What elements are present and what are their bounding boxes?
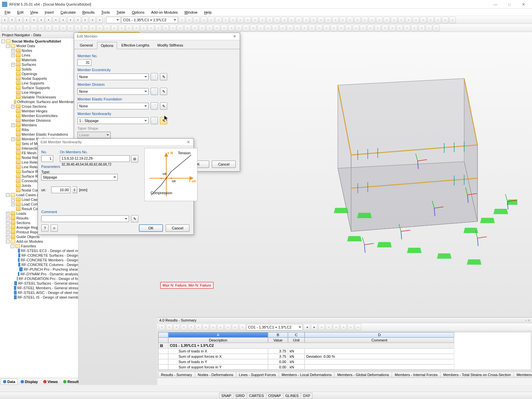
tree-item[interactable]: Cross-Sections — [22, 104, 47, 108]
toolbar-button[interactable]: ◦ — [89, 25, 96, 31]
eccentricity-combo[interactable]: None — [77, 73, 149, 80]
toolbar-button[interactable]: ◦ — [287, 25, 293, 31]
col-header-b[interactable]: B — [268, 332, 288, 337]
toolbar-button[interactable]: ◦ — [23, 25, 30, 31]
nonlinearity-cancel-button[interactable]: Cancel — [166, 224, 190, 232]
toolbar-button[interactable]: ▪ — [82, 17, 88, 23]
toolbar-button[interactable]: ◦ — [250, 25, 257, 31]
toolbar-button[interactable]: ◦ — [9, 25, 15, 31]
results-toolbar-button[interactable]: ▫ — [224, 324, 231, 331]
nav-tab-views[interactable]: Views — [41, 379, 60, 385]
toolbar-button[interactable]: ▫ — [179, 17, 185, 23]
toolbar-button[interactable]: ◦ — [104, 25, 110, 31]
toolbar-button[interactable]: ◦ — [265, 25, 271, 31]
pick-members-button[interactable]: ⯐ — [131, 155, 138, 163]
status-cartes[interactable]: CARTES — [247, 393, 266, 399]
tree-item[interactable]: Member Divisions — [22, 118, 51, 122]
toolbar-button[interactable]: ▪ — [96, 17, 103, 23]
division-edit-button[interactable]: ✎ — [160, 88, 167, 95]
on-members-input[interactable]: 1,5,6,10-12,19-22,29-32,39,40,49,54,56,6… — [60, 155, 130, 162]
toolbar-button[interactable]: ◦ — [177, 25, 184, 31]
toolbar-button[interactable]: ▪ — [60, 17, 66, 23]
help-button[interactable]: ? — [41, 224, 49, 232]
toolbar-button[interactable]: ◦ — [228, 25, 235, 31]
tree-item[interactable]: Nodal Supports — [22, 76, 47, 80]
toolbar-button[interactable]: ◦ — [323, 25, 330, 31]
toolbar-button[interactable]: ▫ — [296, 17, 302, 23]
tree-model-data[interactable]: Model Data — [16, 44, 35, 48]
toolbar-button[interactable]: ◦ — [374, 25, 381, 31]
results-toolbar-button[interactable]: ▫ — [166, 324, 173, 331]
tree-item[interactable]: Variable Thicknesses — [22, 95, 56, 99]
col-header-d[interactable]: D — [305, 332, 454, 337]
toolbar-button[interactable]: ◦ — [382, 25, 388, 31]
toolbar-button[interactable]: ◦ — [162, 25, 169, 31]
toolbar-button[interactable]: ▪ — [74, 17, 81, 23]
results-toolbar-button[interactable]: ▫ — [210, 324, 216, 331]
tab-effective-lengths[interactable]: Effective Lengths — [118, 42, 153, 49]
tree-item[interactable]: Surfaces — [22, 63, 36, 66]
toolbar-button[interactable]: ◦ — [16, 25, 23, 31]
dialog-close-icon[interactable]: ✕ — [232, 34, 237, 39]
tree-root[interactable]: Social Media Querkraftdübel — [12, 39, 61, 43]
toolbar-button[interactable]: ◦ — [221, 25, 227, 31]
toolbar-button[interactable]: ◦ — [96, 25, 103, 31]
tree-favorites[interactable]: Favorites — [21, 244, 36, 248]
status-dxf[interactable]: DXF — [301, 393, 313, 399]
toolbar-button[interactable]: ▫ — [383, 17, 390, 23]
status-osnap[interactable]: OSNAP — [266, 393, 284, 399]
results-tab[interactable]: Members - Local Deformations — [279, 372, 334, 378]
toolbar-button[interactable]: ◦ — [433, 25, 440, 31]
toolbar-button[interactable]: ◦ — [67, 25, 74, 31]
toolbar-button[interactable]: ◦ — [367, 25, 374, 31]
tree-item[interactable]: Ribs — [22, 128, 29, 132]
tree-item[interactable]: Surface Supports — [22, 86, 50, 90]
toolbar-button[interactable]: ▪ — [53, 17, 59, 23]
toolbar-button[interactable]: ▪ — [31, 17, 37, 23]
toolbar-combo-loadcase[interactable]: CO1 - 1.35*LC1 + 1.5*LC2 — [121, 17, 178, 23]
elastic-foundation-edit-button[interactable]: ✎ — [160, 102, 167, 110]
menu-addon-modules[interactable]: Add-on Modules — [148, 10, 180, 15]
status-glines[interactable]: GLINES — [283, 393, 301, 399]
toolbar-button[interactable]: ◦ — [31, 25, 37, 31]
toolbar-button[interactable]: ◦ — [396, 25, 403, 31]
toolbar-button[interactable]: ◦ — [309, 25, 315, 31]
toolbar-button[interactable]: ▫ — [186, 17, 193, 23]
division-combo[interactable]: None — [77, 88, 149, 95]
results-toolbar-button[interactable]: ▫ — [326, 324, 332, 331]
results-toolbar-button[interactable]: ▫ — [347, 324, 354, 331]
toolbar-button[interactable]: ◦ — [74, 25, 81, 31]
comment-combo[interactable] — [41, 215, 129, 222]
status-grid[interactable]: GRID — [233, 393, 247, 399]
tree-item[interactable]: Line Hinges — [22, 90, 41, 94]
results-combo-loadcase[interactable]: CO1 - 1.35*LC1 + 1.5*LC2 — [246, 324, 303, 331]
tree-item[interactable]: RF-STEEL IS - Design of steel memb — [18, 295, 78, 299]
nonlinearity-type-combo[interactable]: Slippage — [41, 174, 118, 181]
division-new-button[interactable]: 📄 — [151, 88, 158, 95]
toolbar-button[interactable]: ◦ — [257, 25, 264, 31]
tree-item[interactable]: RF-CONCRETE Columns - Design — [21, 263, 78, 267]
results-tab[interactable]: Members - Total Strains on Cross-Section — [440, 372, 514, 378]
toolbar-button[interactable]: ▫ — [442, 17, 449, 23]
toolbar-combo-small[interactable] — [106, 17, 121, 23]
tree-item[interactable]: Materials — [22, 58, 37, 62]
toolbar-button[interactable]: ▫ — [266, 17, 273, 23]
toolbar-button[interactable]: ▫ — [398, 17, 405, 23]
toolbar-button[interactable]: ◦ — [213, 25, 220, 31]
toolbar-button[interactable]: ◦ — [118, 25, 125, 31]
eccentricity-edit-button[interactable]: ✎ — [160, 73, 167, 80]
ux-spinner[interactable] — [72, 187, 77, 193]
results-toolbar-button[interactable]: ▫ — [232, 324, 238, 331]
tree-item[interactable]: Joints — [22, 184, 31, 188]
toolbar-button[interactable]: ▫ — [244, 17, 251, 23]
status-snap[interactable]: SNAP — [219, 393, 234, 399]
tree-item[interactable]: Members — [22, 123, 37, 127]
toolbar-button[interactable]: ◦ — [352, 25, 359, 31]
toolbar-button[interactable]: ▫ — [427, 17, 434, 23]
tree-item[interactable]: Nodes — [22, 49, 32, 53]
minimize-button[interactable]: — — [489, 1, 502, 8]
toolbar-button[interactable]: ◦ — [404, 25, 410, 31]
menu-edit[interactable]: Edit — [15, 10, 26, 15]
results-toolbar-button[interactable]: ▫ — [188, 324, 195, 331]
results-next-button[interactable]: ▸ — [311, 324, 318, 331]
